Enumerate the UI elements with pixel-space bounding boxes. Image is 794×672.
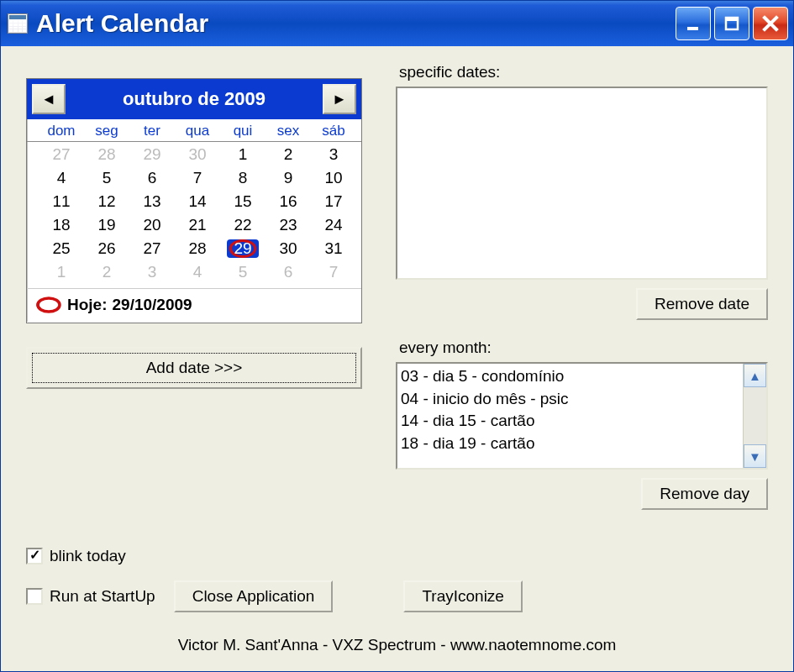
chevron-left-icon: ◄ [41, 91, 56, 108]
blink-today-label: blink today [50, 547, 126, 565]
remove-date-label: Remove date [655, 295, 749, 312]
calendar-day-cell[interactable]: 3 [129, 261, 175, 283]
credits-text: Victor M. Sant'Anna - VXZ Spectrum - www… [26, 636, 768, 654]
close-app-button[interactable]: Close Application [174, 580, 334, 612]
calendar-day-cell[interactable]: 3 [311, 144, 356, 165]
calendar-day-cell[interactable]: 24 [311, 214, 356, 236]
calendar-day-cell[interactable]: 8 [220, 167, 266, 189]
calendar-day-cell[interactable]: 6 [266, 261, 311, 283]
scroll-down-button[interactable]: ▼ [744, 444, 766, 468]
remove-day-button[interactable]: Remove day [641, 478, 768, 510]
titlebar: Alert Calendar [1, 1, 793, 46]
tray-iconize-button[interactable]: TrayIconize [403, 580, 523, 612]
calendar-day-cell[interactable]: 31 [311, 238, 356, 260]
calendar-grid[interactable]: 2728293012345678910111213141516171819202… [27, 142, 361, 288]
calendar-day-cell[interactable]: 7 [175, 167, 220, 189]
calendar-day-cell[interactable]: 20 [129, 214, 175, 236]
calendar-dow-row: domsegterquaquisexsáb [27, 119, 361, 142]
svg-rect-2 [726, 18, 738, 21]
svg-rect-0 [687, 27, 698, 30]
calendar-dow-cell: qua [175, 123, 220, 139]
calendar-day-cell[interactable]: 12 [84, 191, 129, 213]
list-item[interactable]: 18 - dia 19 - cartão [401, 433, 739, 455]
close-icon [761, 14, 780, 33]
calendar-day-cell[interactable]: 25 [39, 238, 84, 260]
today-prefix: Hoje: [67, 296, 108, 314]
calendar-day-cell[interactable]: 15 [220, 191, 266, 213]
calendar-day-cell[interactable]: 5 [84, 167, 129, 189]
maximize-icon [723, 15, 740, 32]
calendar-day-cell[interactable]: 19 [84, 214, 129, 236]
specific-dates-label: specific dates: [399, 63, 768, 81]
calendar-day-cell[interactable]: 14 [175, 191, 220, 213]
calendar-dow-cell: qui [220, 123, 266, 139]
remove-day-label: Remove day [660, 485, 749, 502]
list-item[interactable]: 04 - inicio do mês - psic [401, 388, 739, 411]
calendar-day-cell[interactable]: 2 [266, 144, 311, 165]
chevron-right-icon: ► [332, 91, 347, 108]
calendar-day-cell[interactable]: 29 [129, 144, 175, 165]
calendar-day-cell[interactable]: 22 [220, 214, 266, 236]
chevron-up-icon: ▲ [749, 369, 761, 383]
calendar-day-cell[interactable]: 1 [220, 144, 266, 165]
calendar-day-cell[interactable]: 28 [84, 144, 129, 165]
calendar-day-cell[interactable]: 27 [129, 238, 175, 260]
calendar-today-footer[interactable]: Hoje: 29/10/2009 [27, 288, 361, 323]
scroll-up-button[interactable]: ▲ [744, 364, 766, 387]
calendar-day-cell[interactable]: 17 [311, 191, 356, 213]
calendar-day-cell[interactable]: 27 [39, 144, 84, 165]
close-app-label: Close Application [192, 587, 315, 605]
blink-today-checkbox[interactable] [26, 548, 43, 564]
calendar-day-cell[interactable]: 4 [39, 167, 84, 189]
chevron-down-icon: ▼ [749, 449, 761, 464]
run-startup-checkbox[interactable] [26, 588, 43, 605]
calendar-day-cell[interactable]: 23 [266, 214, 311, 236]
tray-label: TrayIconize [422, 587, 504, 605]
calendar-dow-cell: sáb [311, 123, 356, 139]
calendar-day-cell[interactable]: 9 [266, 167, 311, 189]
scrollbar[interactable]: ▲ ▼ [743, 364, 766, 468]
today-circle-icon [35, 296, 62, 314]
calendar-header: ◄ outubro de 2009 ► [27, 79, 361, 119]
specific-dates-list[interactable] [396, 87, 768, 280]
calendar-day-cell[interactable]: 1 [39, 261, 84, 283]
calendar-day-cell[interactable]: 16 [266, 191, 311, 213]
calendar-dow-cell: ter [129, 123, 175, 139]
calendar-day-cell[interactable]: 30 [266, 238, 311, 260]
calendar-day-cell[interactable]: 4 [175, 261, 220, 283]
add-date-button[interactable]: Add date >>> [26, 347, 362, 389]
minimize-button[interactable] [676, 7, 711, 40]
calendar-dow-cell: dom [39, 123, 84, 139]
calendar-day-cell[interactable]: 2 [84, 261, 129, 283]
calendar-day-cell[interactable]: 5 [220, 261, 266, 283]
calendar-day-cell[interactable]: 13 [129, 191, 175, 213]
calendar-day-cell[interactable]: 26 [84, 238, 129, 260]
remove-date-button[interactable]: Remove date [636, 288, 768, 320]
calendar-month-label: outubro de 2009 [72, 88, 316, 110]
list-item[interactable]: 03 - dia 5 - condomínio [401, 365, 739, 388]
calendar-day-cell[interactable]: 21 [175, 214, 220, 236]
calendar[interactable]: ◄ outubro de 2009 ► domsegterquaquisexsá… [26, 78, 362, 323]
calendar-day-cell[interactable]: 10 [311, 167, 356, 189]
calendar-dow-cell: seg [84, 123, 129, 139]
app-window: Alert Calendar ◄ outubro de 2009 ► [0, 0, 794, 672]
calendar-day-cell[interactable]: 7 [311, 261, 356, 283]
client-area: ◄ outubro de 2009 ► domsegterquaquisexsá… [1, 46, 793, 671]
run-startup-label: Run at StartUp [50, 587, 155, 606]
window-title: Alert Calendar [36, 9, 676, 38]
maximize-button[interactable] [714, 7, 749, 40]
calendar-day-cell[interactable]: 18 [39, 214, 84, 236]
calendar-day-cell[interactable]: 6 [129, 167, 175, 189]
calendar-dow-cell: sex [266, 123, 311, 139]
calendar-day-cell[interactable]: 30 [175, 144, 220, 165]
today-date: 29/10/2009 [113, 296, 192, 314]
every-month-list[interactable]: 03 - dia 5 - condomínio04 - inicio do mê… [396, 362, 768, 470]
calendar-day-cell[interactable]: 28 [175, 238, 220, 260]
close-button[interactable] [753, 7, 788, 40]
calendar-day-cell[interactable]: 11 [39, 191, 84, 213]
every-month-label: every month: [399, 339, 768, 357]
prev-month-button[interactable]: ◄ [32, 84, 66, 114]
next-month-button[interactable]: ► [323, 84, 356, 114]
calendar-day-cell[interactable]: 29 [220, 238, 266, 260]
list-item[interactable]: 14 - dia 15 - cartão [401, 410, 739, 433]
